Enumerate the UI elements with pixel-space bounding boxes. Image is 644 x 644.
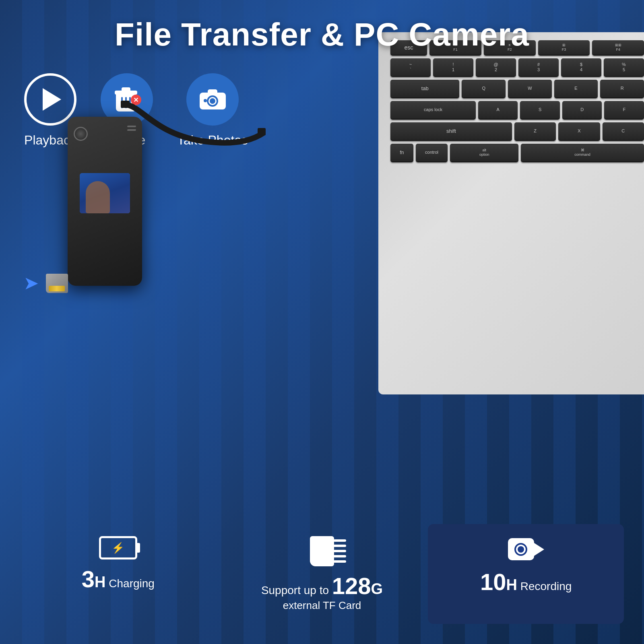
main-container: File Transfer & PC Camera Playback <box>0 0 644 644</box>
device-body <box>68 117 142 286</box>
vc-lens-inner <box>518 546 524 553</box>
sd-card-area: ➤ <box>24 274 68 293</box>
device-lines <box>127 126 136 131</box>
screen-content <box>80 173 130 213</box>
sd-arrow-icon: ➤ <box>24 274 38 293</box>
play-icon <box>43 88 61 111</box>
stats-row: ⚡ 3H Charging Support up to 128G <box>20 524 624 624</box>
stat-recording: 10H Recording <box>428 524 624 624</box>
tf-card-label: Support up to 128G external TF Card <box>261 572 383 612</box>
video-camera-icon <box>508 536 544 562</box>
stat-tf-card: Support up to 128G external TF Card <box>224 524 420 624</box>
battery-icon: ⚡ <box>99 536 137 559</box>
battery-flash-icon: ⚡ <box>111 542 124 554</box>
sd-card-contacts <box>49 286 65 291</box>
page-title: File Transfer & PC Camera <box>24 16 620 53</box>
trash-x-icon: ✕ <box>131 95 141 105</box>
tf-card-lines <box>333 539 346 563</box>
tf-card-icon <box>310 536 334 566</box>
device-lens <box>74 127 88 141</box>
charging-label: 3H Charging <box>82 566 155 592</box>
recording-label: 10H Recording <box>480 568 572 595</box>
camera-photo-icon <box>200 89 226 109</box>
screen-person-silhouette <box>86 181 110 213</box>
stat-charging: ⚡ 3H Charging <box>20 524 216 624</box>
battery-nub <box>137 543 140 553</box>
vc-body <box>508 538 534 560</box>
take-photos-label: Take Photos <box>177 133 248 148</box>
vc-lens <box>514 543 527 556</box>
camera-circle <box>186 73 239 126</box>
feature-take-photos: Take Photos <box>177 73 248 148</box>
tf-card-icon-wrapper <box>310 536 334 566</box>
trash-icon: ✕ <box>116 87 138 111</box>
sd-card <box>46 274 68 293</box>
device-screen <box>80 173 130 213</box>
camera-device <box>64 117 145 286</box>
vc-triangle <box>533 542 544 557</box>
